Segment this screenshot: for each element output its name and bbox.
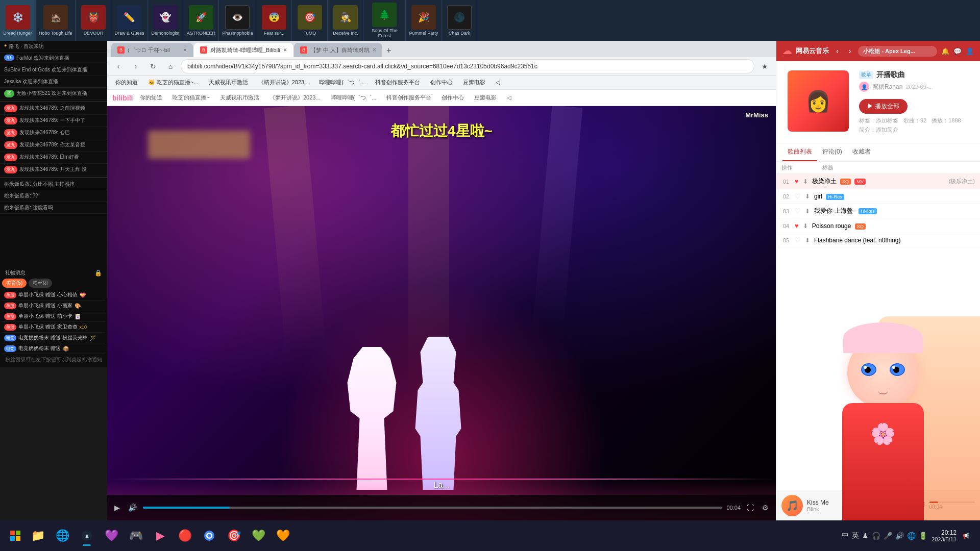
song-heart-1[interactable]: ♡ [795, 192, 801, 200]
forward-button[interactable]: › [129, 59, 143, 73]
music-search-bar[interactable]: 小松姐 - Apex Leg... [858, 46, 937, 57]
tray-battery-icon[interactable]: 🔋 [919, 532, 927, 540]
game-item-draw[interactable]: ✏️ Draw & Guess [111, 0, 148, 41]
game-item-astroneer[interactable]: 🚀 ASTRONEER [183, 0, 219, 41]
tray-zh-icon[interactable]: 中 [842, 531, 849, 540]
notifications-btn[interactable]: 📢 [961, 532, 972, 540]
browser-tab-1[interactable]: B (゜つロ 千杯~-bll × [111, 43, 193, 57]
player-album-art[interactable]: 🎵 [781, 495, 803, 516]
taskbar-browser[interactable]: 🌐 [51, 524, 74, 547]
song-heart-4[interactable]: ♡ [795, 236, 801, 244]
bili-nav-nizhi[interactable]: 你的知道 [137, 92, 165, 104]
play-pause-btn[interactable]: ▶ [112, 503, 122, 513]
progress-bar[interactable] [143, 507, 722, 509]
settings-btn[interactable]: ⚙ [760, 503, 771, 513]
tab-close-3[interactable]: × [373, 46, 376, 54]
notif-item-system[interactable]: 91 FarMol 欢迎来到体直播 [0, 53, 107, 64]
song-heart-2[interactable]: ♡ [795, 207, 801, 215]
game-item-sons[interactable]: 🌲 Sons Of The Forest [363, 0, 406, 41]
bookmark-jing[interactable]: 《睛开讲说》2023... [254, 78, 313, 87]
back-button[interactable]: ‹ [111, 59, 126, 73]
song-dl-4[interactable]: ⬇ [805, 237, 810, 244]
tray-en-icon[interactable]: 英 [852, 531, 859, 540]
taskbar-app-2[interactable]: 🎮 [125, 524, 147, 547]
song-item-2[interactable]: 03 ♡ ⬇ 我爱你-上海鳌- Hi-Res [776, 204, 980, 219]
address-bar[interactable]: bilibili.com/video/BV1k34y15798/?spm_id_… [181, 59, 754, 73]
volume-btn[interactable]: 🔊 [126, 503, 139, 513]
music-tab-comments[interactable]: 评论(0) [817, 143, 847, 161]
taskbar-app-6[interactable]: 🧡 [272, 524, 294, 547]
notif-item-0[interactable]: ● 路飞 · 首次来访 [0, 41, 107, 53]
prev-btn[interactable]: ⏮ [879, 501, 888, 510]
taskbar-bilibili[interactable]: ▶ [149, 524, 172, 547]
notif-panda2[interactable]: 发九 发现快来346789: 一下手中了 [0, 115, 107, 127]
bookmark-cat[interactable]: 🐱 吃芝的猫直播~... [144, 78, 203, 87]
game-item-chas[interactable]: 🌑 Chas Dark [442, 0, 477, 41]
song-dl-0[interactable]: ⬇ [803, 178, 808, 185]
bili-nav-video[interactable]: 天威视讯币激活 [217, 92, 262, 104]
user-icon[interactable]: 👤 [966, 47, 974, 55]
fullscreen-btn[interactable]: ⛶ [745, 503, 756, 513]
bili-nav-bili[interactable]: 哔哩哔哩(゜つ゜... [328, 92, 380, 104]
play-all-button[interactable]: ▶ 播放全部 [859, 99, 908, 114]
bili-nav-cat[interactable]: 吃芝的猫直播~ [169, 92, 212, 104]
game-item-phasmo[interactable]: 👁️ Phasmophobia [219, 0, 256, 41]
game-item-fear[interactable]: 😨 Fear sur... [256, 0, 292, 41]
bili-nav-douban[interactable]: 豆瓣电影 [471, 92, 500, 104]
new-tab-button[interactable]: + [383, 44, 394, 57]
bookmark-douban[interactable]: 豆瓣电影 [459, 78, 489, 87]
bookmark-tianwei[interactable]: 天威视讯币激活 [205, 78, 252, 87]
bookmark-nizhi[interactable]: 你的知道 [111, 78, 142, 87]
player-heart-btn[interactable]: ♡ [857, 502, 864, 510]
notif-panda4[interactable]: 发九 发现快来346789: 你太某音授 [0, 139, 107, 152]
taskbar-app-4[interactable]: 🎯 [223, 524, 245, 547]
bili-nav-create[interactable]: 抖音创作服务平台 [383, 92, 434, 104]
song-dl-1[interactable]: ⬇ [805, 193, 810, 200]
bili-nav-dream[interactable]: 《梦开讲说》2023... [266, 92, 324, 104]
gift-tab-fans[interactable]: 粉丝团 [29, 279, 52, 288]
song-heart-0[interactable]: ♥ [795, 178, 799, 185]
tray-network-icon[interactable]: 🌐 [907, 532, 916, 540]
song-item-0[interactable]: 01 ♥ ⬇ 极染净土 SQ MV (极乐净土) [776, 174, 980, 189]
game-item-deceive[interactable]: 🕵️ Deceive Inc. [328, 0, 363, 41]
song-item-3[interactable]: 04 ♥ ⬇ Poisson rouge SQ [776, 219, 980, 233]
notif-item-sus[interactable]: SuSlov End of Gods 欢迎来到体直播 [0, 64, 107, 76]
music-back-btn[interactable]: ‹ [833, 46, 842, 56]
notif-peach1[interactable]: 桃米饭瓜蒸: 分比不照 主打照摔 [0, 179, 107, 190]
notif-panda3[interactable]: 发九 发现快来346789: 心巴 [0, 127, 107, 139]
bili-nav-end[interactable]: ◁ [504, 92, 514, 103]
song-heart-3[interactable]: ♥ [795, 222, 799, 230]
tray-speaker-icon[interactable]: 🔊 [895, 532, 904, 540]
browser-tab-2[interactable]: B 对路凯琦琦-哔哩哔哩_Bilibili × [194, 43, 293, 57]
notif-panda5[interactable]: 发九 发现快来346789: EIm好看 [0, 152, 107, 164]
taskbar-file-explorer[interactable]: 📁 [27, 524, 49, 547]
bell-icon[interactable]: 🔔 [941, 47, 949, 55]
song-dl-2[interactable]: ⬇ [805, 208, 810, 215]
music-forward-btn[interactable]: › [846, 46, 854, 56]
music-tab-collectors[interactable]: 收藏者 [847, 143, 876, 161]
notif-peach2[interactable]: 桃米饭瓜蒸: ?? [0, 190, 107, 202]
tray-steam-icon[interactable]: ♟ [862, 532, 869, 540]
next-btn[interactable]: ⏭ [905, 501, 914, 510]
tab-close-2[interactable]: × [283, 46, 287, 54]
taskbar-chrome[interactable] [198, 524, 220, 547]
gift-tab-beauty[interactable]: 美育(5) [2, 279, 27, 288]
tab-close-1[interactable]: × [183, 46, 187, 54]
browser-tab-3[interactable]: B 【梦 中 人】薛琦琦对凯 × [294, 43, 382, 57]
game-item-devour[interactable]: 👹 DEVOUR [76, 0, 111, 41]
bookmark-more[interactable]: ◁ [492, 78, 504, 87]
home-button[interactable]: ⌂ [163, 59, 178, 73]
notif-item-jessica[interactable]: Jessika 欢迎来到体直播 [0, 76, 107, 88]
bookmark-create[interactable]: 创作中心 [426, 78, 457, 87]
tray-headset-icon[interactable]: 🎧 [872, 532, 880, 540]
play-btn[interactable]: ▶ [893, 499, 900, 512]
taskbar-steam[interactable]: ♟ [76, 524, 98, 547]
notif-peach3[interactable]: 桃米饭瓜蒸: 这能看吗 [0, 202, 107, 214]
game-item-demon[interactable]: 👻 Demonologist [148, 0, 183, 41]
shuffle-btn[interactable]: ⇄ [868, 500, 874, 510]
windows-start-button[interactable] [4, 524, 27, 547]
repeat-btn[interactable]: ↺ [919, 500, 925, 510]
song-dl-3[interactable]: ⬇ [803, 222, 808, 230]
game-item-hobo[interactable]: 🏚️ Hobo Tough Life [36, 0, 76, 41]
bookmark-button[interactable]: ★ [757, 59, 772, 73]
